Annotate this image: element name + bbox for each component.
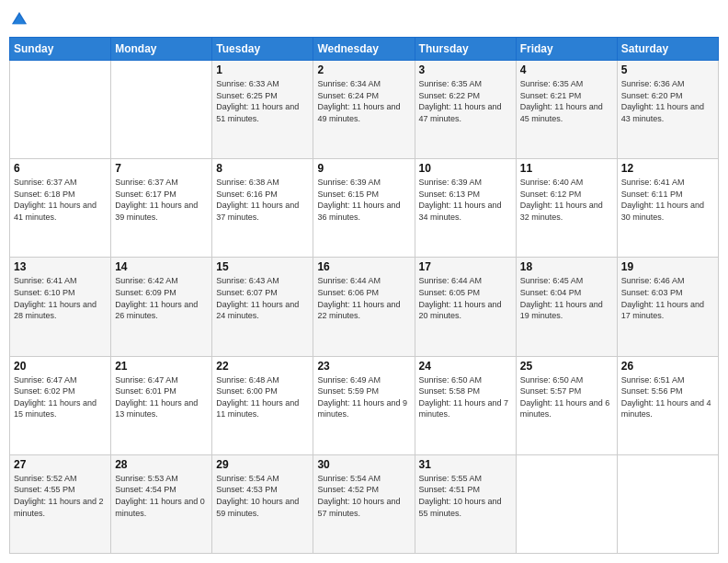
calendar-cell: 31Sunrise: 5:55 AM Sunset: 4:51 PM Dayli… bbox=[415, 454, 516, 553]
day-number: 20 bbox=[14, 360, 107, 373]
day-number: 18 bbox=[520, 260, 613, 273]
day-info: Sunrise: 6:36 AM Sunset: 6:20 PM Dayligh… bbox=[621, 78, 714, 124]
day-info: Sunrise: 6:41 AM Sunset: 6:10 PM Dayligh… bbox=[14, 275, 107, 321]
day-number: 22 bbox=[216, 360, 309, 373]
header bbox=[9, 9, 719, 29]
calendar-cell: 15Sunrise: 6:43 AM Sunset: 6:07 PM Dayli… bbox=[212, 258, 313, 356]
day-number: 28 bbox=[115, 458, 208, 471]
day-number: 11 bbox=[520, 162, 613, 175]
calendar-cell: 24Sunrise: 6:50 AM Sunset: 5:58 PM Dayli… bbox=[415, 356, 516, 454]
calendar-cell bbox=[516, 454, 617, 553]
calendar-cell: 11Sunrise: 6:40 AM Sunset: 6:12 PM Dayli… bbox=[516, 159, 617, 258]
weekday-header-tuesday: Tuesday bbox=[212, 38, 313, 61]
calendar-cell: 14Sunrise: 6:42 AM Sunset: 6:09 PM Dayli… bbox=[111, 258, 212, 356]
day-info: Sunrise: 6:39 AM Sunset: 6:13 PM Dayligh… bbox=[419, 177, 512, 223]
calendar-cell: 2Sunrise: 6:34 AM Sunset: 6:24 PM Daylig… bbox=[313, 61, 415, 159]
day-number: 21 bbox=[115, 360, 208, 373]
day-number: 13 bbox=[14, 260, 107, 273]
calendar-cell bbox=[617, 454, 718, 553]
calendar-cell: 18Sunrise: 6:45 AM Sunset: 6:04 PM Dayli… bbox=[516, 258, 617, 356]
day-number: 24 bbox=[419, 360, 512, 373]
day-info: Sunrise: 6:44 AM Sunset: 6:06 PM Dayligh… bbox=[317, 275, 410, 321]
calendar-cell: 21Sunrise: 6:47 AM Sunset: 6:01 PM Dayli… bbox=[111, 356, 212, 454]
week-row-2: 6Sunrise: 6:37 AM Sunset: 6:18 PM Daylig… bbox=[10, 159, 719, 258]
day-info: Sunrise: 6:46 AM Sunset: 6:03 PM Dayligh… bbox=[621, 275, 714, 321]
week-row-3: 13Sunrise: 6:41 AM Sunset: 6:10 PM Dayli… bbox=[10, 258, 719, 356]
day-number: 23 bbox=[317, 360, 410, 373]
day-info: Sunrise: 6:33 AM Sunset: 6:25 PM Dayligh… bbox=[216, 78, 309, 124]
day-number: 10 bbox=[419, 162, 512, 175]
day-number: 9 bbox=[317, 162, 410, 175]
day-info: Sunrise: 5:53 AM Sunset: 4:54 PM Dayligh… bbox=[115, 473, 208, 519]
day-info: Sunrise: 6:35 AM Sunset: 6:22 PM Dayligh… bbox=[419, 78, 512, 124]
calendar-cell: 8Sunrise: 6:38 AM Sunset: 6:16 PM Daylig… bbox=[212, 159, 313, 258]
day-number: 19 bbox=[621, 260, 714, 273]
day-number: 16 bbox=[317, 260, 410, 273]
week-row-5: 27Sunrise: 5:52 AM Sunset: 4:55 PM Dayli… bbox=[10, 454, 719, 553]
calendar-cell: 19Sunrise: 6:46 AM Sunset: 6:03 PM Dayli… bbox=[617, 258, 718, 356]
calendar-cell: 28Sunrise: 5:53 AM Sunset: 4:54 PM Dayli… bbox=[111, 454, 212, 553]
page: SundayMondayTuesdayWednesdayThursdayFrid… bbox=[0, 0, 728, 563]
day-number: 25 bbox=[520, 360, 613, 373]
calendar-table: SundayMondayTuesdayWednesdayThursdayFrid… bbox=[9, 37, 719, 554]
calendar-cell bbox=[111, 61, 212, 159]
day-info: Sunrise: 5:52 AM Sunset: 4:55 PM Dayligh… bbox=[14, 473, 107, 519]
calendar-cell: 1Sunrise: 6:33 AM Sunset: 6:25 PM Daylig… bbox=[212, 61, 313, 159]
day-info: Sunrise: 6:49 AM Sunset: 5:59 PM Dayligh… bbox=[317, 374, 410, 420]
day-number: 31 bbox=[419, 458, 512, 471]
day-info: Sunrise: 6:34 AM Sunset: 6:24 PM Dayligh… bbox=[317, 78, 410, 124]
day-info: Sunrise: 5:54 AM Sunset: 4:53 PM Dayligh… bbox=[216, 473, 309, 519]
weekday-header-sunday: Sunday bbox=[10, 38, 111, 61]
calendar-cell: 23Sunrise: 6:49 AM Sunset: 5:59 PM Dayli… bbox=[313, 356, 415, 454]
calendar-cell: 30Sunrise: 5:54 AM Sunset: 4:52 PM Dayli… bbox=[313, 454, 415, 553]
day-info: Sunrise: 6:37 AM Sunset: 6:18 PM Dayligh… bbox=[14, 177, 107, 223]
day-info: Sunrise: 6:35 AM Sunset: 6:21 PM Dayligh… bbox=[520, 78, 613, 124]
day-number: 27 bbox=[14, 458, 107, 471]
day-number: 5 bbox=[621, 63, 714, 76]
week-row-4: 20Sunrise: 6:47 AM Sunset: 6:02 PM Dayli… bbox=[10, 356, 719, 454]
day-info: Sunrise: 6:50 AM Sunset: 5:58 PM Dayligh… bbox=[419, 374, 512, 420]
day-number: 2 bbox=[317, 63, 410, 76]
weekday-header-monday: Monday bbox=[111, 38, 212, 61]
day-number: 12 bbox=[621, 162, 714, 175]
day-info: Sunrise: 6:51 AM Sunset: 5:56 PM Dayligh… bbox=[621, 374, 714, 420]
calendar-cell: 7Sunrise: 6:37 AM Sunset: 6:17 PM Daylig… bbox=[111, 159, 212, 258]
day-info: Sunrise: 6:42 AM Sunset: 6:09 PM Dayligh… bbox=[115, 275, 208, 321]
calendar-cell: 4Sunrise: 6:35 AM Sunset: 6:21 PM Daylig… bbox=[516, 61, 617, 159]
day-info: Sunrise: 6:43 AM Sunset: 6:07 PM Dayligh… bbox=[216, 275, 309, 321]
calendar-cell: 26Sunrise: 6:51 AM Sunset: 5:56 PM Dayli… bbox=[617, 356, 718, 454]
weekday-header-thursday: Thursday bbox=[415, 38, 516, 61]
day-number: 26 bbox=[621, 360, 714, 373]
day-number: 6 bbox=[14, 162, 107, 175]
day-number: 29 bbox=[216, 458, 309, 471]
day-info: Sunrise: 6:41 AM Sunset: 6:11 PM Dayligh… bbox=[621, 177, 714, 223]
calendar-cell: 29Sunrise: 5:54 AM Sunset: 4:53 PM Dayli… bbox=[212, 454, 313, 553]
calendar-cell: 12Sunrise: 6:41 AM Sunset: 6:11 PM Dayli… bbox=[617, 159, 718, 258]
day-info: Sunrise: 6:39 AM Sunset: 6:15 PM Dayligh… bbox=[317, 177, 410, 223]
calendar-cell: 25Sunrise: 6:50 AM Sunset: 5:57 PM Dayli… bbox=[516, 356, 617, 454]
day-info: Sunrise: 6:38 AM Sunset: 6:16 PM Dayligh… bbox=[216, 177, 309, 223]
day-number: 17 bbox=[419, 260, 512, 273]
day-info: Sunrise: 6:37 AM Sunset: 6:17 PM Dayligh… bbox=[115, 177, 208, 223]
day-info: Sunrise: 5:54 AM Sunset: 4:52 PM Dayligh… bbox=[317, 473, 410, 519]
day-info: Sunrise: 6:47 AM Sunset: 6:02 PM Dayligh… bbox=[14, 374, 107, 420]
day-number: 8 bbox=[216, 162, 309, 175]
logo-icon bbox=[9, 9, 29, 29]
day-number: 30 bbox=[317, 458, 410, 471]
weekday-header-wednesday: Wednesday bbox=[313, 38, 415, 61]
calendar-cell bbox=[10, 61, 111, 159]
week-row-1: 1Sunrise: 6:33 AM Sunset: 6:25 PM Daylig… bbox=[10, 61, 719, 159]
day-number: 4 bbox=[520, 63, 613, 76]
calendar-cell: 13Sunrise: 6:41 AM Sunset: 6:10 PM Dayli… bbox=[10, 258, 111, 356]
day-info: Sunrise: 5:55 AM Sunset: 4:51 PM Dayligh… bbox=[419, 473, 512, 519]
calendar-cell: 16Sunrise: 6:44 AM Sunset: 6:06 PM Dayli… bbox=[313, 258, 415, 356]
logo bbox=[9, 9, 31, 29]
day-info: Sunrise: 6:40 AM Sunset: 6:12 PM Dayligh… bbox=[520, 177, 613, 223]
weekday-header-saturday: Saturday bbox=[617, 38, 718, 61]
calendar-cell: 20Sunrise: 6:47 AM Sunset: 6:02 PM Dayli… bbox=[10, 356, 111, 454]
day-info: Sunrise: 6:47 AM Sunset: 6:01 PM Dayligh… bbox=[115, 374, 208, 420]
weekday-header-row: SundayMondayTuesdayWednesdayThursdayFrid… bbox=[10, 38, 719, 61]
day-number: 14 bbox=[115, 260, 208, 273]
day-info: Sunrise: 6:50 AM Sunset: 5:57 PM Dayligh… bbox=[520, 374, 613, 420]
calendar-cell: 10Sunrise: 6:39 AM Sunset: 6:13 PM Dayli… bbox=[415, 159, 516, 258]
